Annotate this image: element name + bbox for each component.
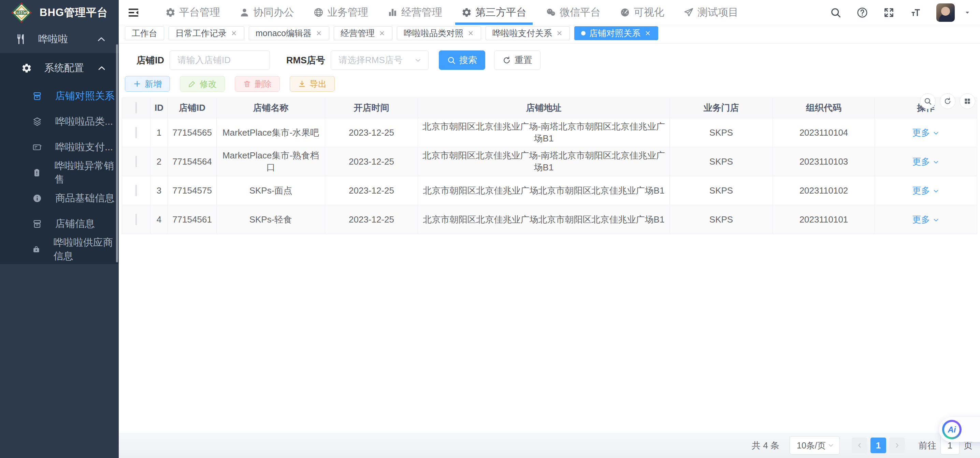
sidebar-item-hualala[interactable]: 哗啦啦 (0, 25, 119, 53)
reset-button[interactable]: 重置 (494, 51, 541, 70)
close-icon[interactable] (230, 30, 237, 37)
topnav-item[interactable]: 协同办公 (230, 0, 304, 25)
topnav-item[interactable]: 业务管理 (304, 0, 378, 25)
add-button[interactable]: 新增 (125, 76, 170, 92)
close-icon[interactable] (556, 30, 563, 37)
table-header-row: ID店铺ID店铺名称开店时间店铺地址业务门店组织代码操作 (122, 98, 977, 118)
delete-button[interactable]: 删除 (235, 76, 280, 92)
chevron-down-icon (827, 442, 835, 449)
sidebar: BHG BHG管理平台 哗啦啦 系统配置 店铺对照关系 哗啦啦品类... (0, 0, 119, 458)
sidebar-item[interactable]: 哗啦啦支付... (0, 134, 119, 160)
next-page-button[interactable] (889, 437, 905, 453)
sidebar-item[interactable]: 店铺信息 (0, 211, 119, 236)
row-checkbox[interactable] (135, 156, 137, 167)
page-tab[interactable]: 工作台 (125, 26, 164, 40)
close-icon[interactable] (644, 30, 651, 37)
sidebar-item-label: 哗啦啦供应商信息 (54, 236, 119, 263)
menu-fold-icon[interactable] (127, 6, 140, 19)
cell-shop-name: MarketPlace集市-水果吧 (217, 118, 325, 147)
table-columns-button[interactable] (959, 94, 975, 109)
edit-button[interactable]: 修改 (180, 76, 225, 92)
cell-org-code: 2023110104 (773, 118, 875, 147)
search-icon[interactable] (830, 7, 842, 18)
sidebar-item-system-config[interactable]: 系统配置 (0, 53, 119, 83)
rms-select[interactable]: 请选择RMS店号 (331, 51, 429, 70)
page-tab[interactable]: 哗啦啦支付关系 (485, 26, 570, 40)
sidebar-item[interactable]: 哗啦啦供应商信息 (0, 236, 119, 262)
more-dropdown[interactable]: 更多 (912, 214, 940, 226)
page-tab[interactable]: monaco编辑器 (249, 26, 329, 40)
cell-shop-id: 77154565 (168, 118, 217, 147)
topnav-item[interactable]: 平台管理 (156, 0, 230, 25)
topnav-item[interactable]: 可视化 (610, 0, 674, 25)
cell-open-date: 2023-12-25 (325, 205, 418, 234)
caret-down-icon[interactable] (964, 9, 971, 16)
page-size-select[interactable]: 10条/页 (790, 436, 840, 455)
shop-id-input[interactable] (170, 51, 270, 70)
chevron-down-icon (414, 56, 422, 64)
more-dropdown[interactable]: 更多 (912, 185, 940, 197)
shop-id-label: 店铺ID (137, 54, 164, 67)
page-number-button[interactable]: 1 (870, 437, 886, 453)
sidebar-item-label: 哗啦啦品类... (55, 115, 113, 128)
search-button[interactable]: 搜索 (439, 51, 485, 70)
close-icon[interactable] (379, 30, 386, 37)
table-row: 1 77154565 MarketPlace集市-水果吧 2023-12-25 … (122, 118, 977, 147)
export-button[interactable]: 导出 (290, 76, 335, 92)
more-dropdown[interactable]: 更多 (912, 127, 940, 139)
globe-icon (313, 7, 324, 18)
page-tab[interactable]: 店铺对照关系 (574, 26, 658, 40)
cell-store: SKPS (670, 147, 773, 176)
topnav-item[interactable]: 经营管理 (378, 0, 452, 25)
sidebar-item[interactable]: 哗啦啦异常销售 (0, 160, 119, 185)
table-header-cell: 店铺名称 (217, 98, 325, 118)
sidebar-scrollbar[interactable] (116, 44, 118, 262)
sidebar-item-label: 店铺信息 (55, 217, 95, 231)
more-dropdown[interactable]: 更多 (912, 156, 940, 168)
sidebar-item[interactable]: 店铺对照关系 (0, 83, 119, 109)
download-icon (298, 80, 306, 88)
row-checkbox[interactable] (135, 185, 137, 196)
cell-address: 北京市朝阳区北京佳兆业广场-南塔北京市朝阳区北京佳兆业广场B1 (418, 147, 670, 176)
bar-chart-icon (387, 7, 398, 18)
font-size-icon[interactable] (910, 7, 921, 18)
table-search-button[interactable] (920, 94, 935, 109)
topnav-item[interactable]: 第三方平台 (452, 0, 536, 25)
table-toolbar: 新增 修改 删除 导出 (125, 76, 980, 92)
select-all-header (122, 98, 151, 118)
page-tab[interactable]: 经营管理 (334, 26, 392, 40)
briefcase-icon (32, 244, 41, 255)
row-checkbox[interactable] (135, 127, 137, 138)
table-header-cell: 店铺地址 (418, 98, 670, 118)
prev-page-button[interactable] (852, 437, 867, 453)
sidebar-item-label: 店铺对照关系 (55, 89, 115, 103)
gear-icon (21, 63, 32, 74)
help-icon[interactable] (856, 7, 868, 18)
paper-plane-icon (684, 7, 694, 18)
sidebar-item[interactable]: 哗啦啦品类... (0, 109, 119, 134)
bank-card-icon (32, 142, 42, 152)
cell-store: SKPS (670, 118, 773, 147)
page-tab-label: monaco编辑器 (256, 28, 312, 39)
table-row: 2 77154564 MarketPlace集市-熟食档口 2023-12-25… (122, 147, 977, 176)
topnav-item[interactable]: 测试项目 (674, 0, 748, 25)
page-tab[interactable]: 哗啦啦品类对照 (397, 26, 481, 40)
fullscreen-icon[interactable] (883, 7, 895, 18)
sidebar-item[interactable]: 商品基础信息 (0, 185, 119, 211)
close-icon[interactable] (467, 30, 474, 37)
table-refresh-button[interactable] (940, 94, 955, 109)
select-all-checkbox[interactable] (135, 102, 137, 114)
cell-open-date: 2023-12-25 (325, 147, 418, 176)
topnav-item[interactable]: 微信平台 (536, 0, 610, 25)
alert-book-icon (32, 168, 41, 178)
page-tab[interactable]: 日常工作记录 (169, 26, 244, 40)
user-avatar[interactable] (936, 3, 955, 22)
table-header-cell: 店铺ID (168, 98, 217, 118)
row-checkbox[interactable] (135, 214, 137, 225)
table-body: 1 77154565 MarketPlace集市-水果吧 2023-12-25 … (122, 118, 977, 234)
logo-row: BHG BHG管理平台 (0, 0, 119, 25)
goto-label: 前往 (919, 440, 936, 452)
topnav-item-label: 协同办公 (253, 5, 294, 19)
close-icon[interactable] (315, 30, 323, 37)
ai-assistant-button[interactable]: Ai (939, 417, 980, 442)
